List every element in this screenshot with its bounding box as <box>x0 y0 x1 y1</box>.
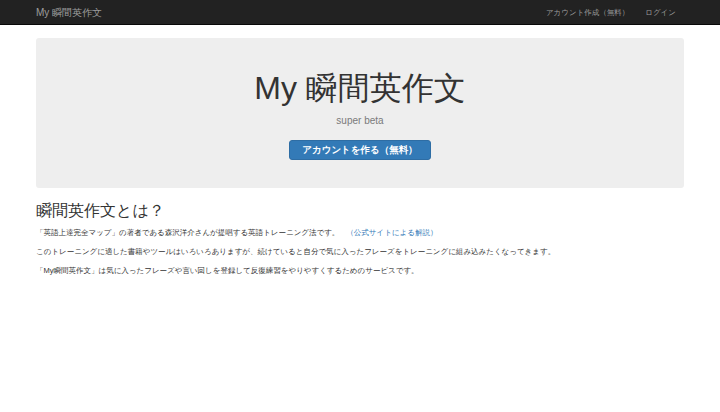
about-paragraph-1: 「英語上達完全マップ」の著者である森沢洋介さんが提唱する英語トレーニング法です。… <box>36 227 684 238</box>
hero-subtitle: super beta <box>51 115 669 127</box>
hero-title: My 瞬間英作文 <box>51 70 669 107</box>
navbar-links: アカウント作成（無料） ログイン <box>538 8 684 18</box>
navbar-brand-link[interactable]: My 瞬間英作文 <box>36 6 102 20</box>
top-navbar: My 瞬間英作文 アカウント作成（無料） ログイン <box>0 0 720 25</box>
hero-jumbotron: My 瞬間英作文 super beta アカウントを作る（無料） <box>36 38 684 188</box>
main-content: My 瞬間英作文 super beta アカウントを作る（無料） 瞬間英作文とは… <box>36 38 684 276</box>
nav-item-create-account[interactable]: アカウント作成（無料） <box>538 8 637 18</box>
official-site-link[interactable]: （公式サイトによる解説） <box>346 228 437 237</box>
about-heading: 瞬間英作文とは？ <box>36 202 684 220</box>
about-paragraphs: 「英語上達完全マップ」の著者である森沢洋介さんが提唱する英語トレーニング法です。… <box>36 227 684 276</box>
nav-item-login[interactable]: ログイン <box>637 8 684 18</box>
about-paragraph-1-text: 「英語上達完全マップ」の著者である森沢洋介さんが提唱する英語トレーニング法です。 <box>36 228 339 237</box>
about-section: 瞬間英作文とは？ 「英語上達完全マップ」の著者である森沢洋介さんが提唱する英語ト… <box>36 202 684 276</box>
about-paragraph-3: 「My瞬間英作文」は気に入ったフレーズや言い回しを登録して反復練習をやりやすくす… <box>36 265 684 276</box>
about-paragraph-2: このトレーニングに適した書籍やツールはいろいろありますが、続けていると自分で気に… <box>36 246 684 257</box>
create-account-button[interactable]: アカウントを作る（無料） <box>289 140 431 160</box>
